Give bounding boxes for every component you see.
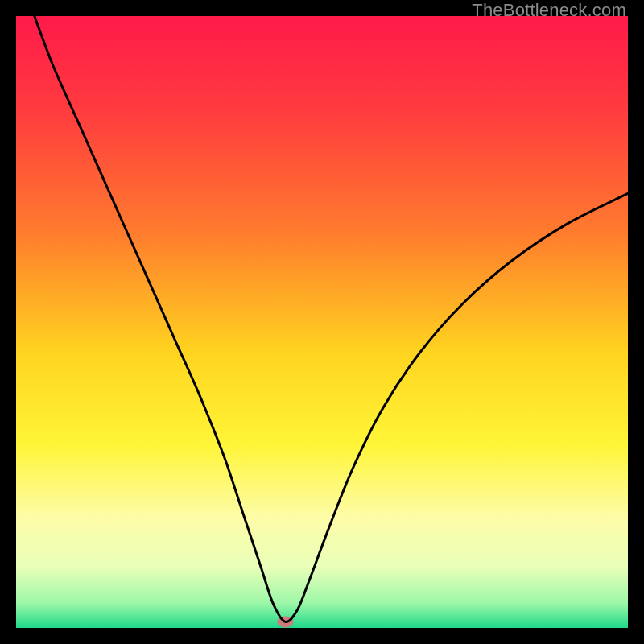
gradient-background [16,16,628,628]
bottleneck-chart [16,16,628,628]
watermark-text: TheBottleneck.com [472,0,626,21]
chart-frame [16,16,628,628]
